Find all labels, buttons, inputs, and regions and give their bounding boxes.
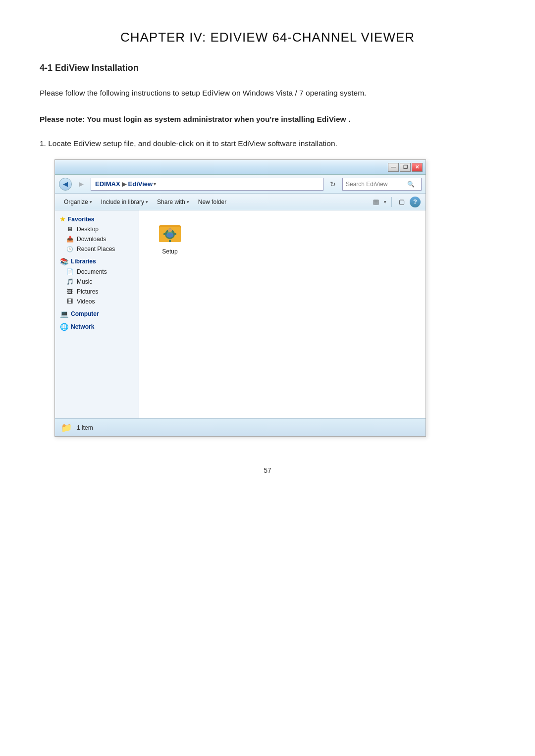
search-input[interactable] (346, 181, 405, 188)
organize-label: Organize (64, 199, 88, 205)
new-folder-button[interactable]: New folder (194, 197, 230, 207)
toolbar-right: ▤ ▾ ▢ ? (371, 197, 421, 207)
favorites-header[interactable]: ★ Favorites (55, 214, 139, 224)
toolbar-dropdown-icon[interactable]: ▾ (384, 200, 386, 204)
breadcrumb[interactable]: EDIMAX ▶ EdiView ▾ (91, 178, 323, 191)
music-icon: 🎵 (66, 278, 74, 285)
status-folder-icon: 📁 (61, 422, 72, 433)
organize-dropdown-icon: ▾ (90, 200, 92, 204)
page-title: CHAPTER IV: EDIVIEW 64-CHANNEL VIEWER (40, 30, 495, 45)
forward-arrow-icon: ▶ (79, 180, 84, 188)
downloads-icon: 📥 (66, 236, 74, 243)
videos-label: Videos (77, 298, 95, 305)
documents-icon: 📄 (66, 268, 74, 275)
svg-rect-8 (174, 233, 176, 235)
view-icon: ▤ (373, 198, 379, 205)
refresh-button[interactable]: ↻ (326, 178, 339, 191)
breadcrumb-separator-1: ▶ (122, 180, 127, 188)
setup-icon-image (157, 220, 183, 246)
help-label: ? (413, 198, 417, 205)
breadcrumb-ediview[interactable]: EdiView (128, 180, 153, 188)
computer-icon: 💻 (60, 310, 68, 318)
preview-icon-button[interactable]: ▢ (397, 197, 407, 207)
preview-icon: ▢ (399, 198, 405, 205)
network-section: 🌐 Network (55, 321, 139, 332)
include-library-button[interactable]: Include in library ▾ (97, 197, 152, 207)
back-arrow-icon: ◀ (63, 180, 68, 188)
refresh-icon: ↻ (330, 180, 336, 188)
libraries-icon: 📚 (60, 257, 68, 265)
sidebar-item-videos[interactable]: 🎞 Videos (55, 297, 139, 306)
network-header[interactable]: 🌐 Network (55, 321, 139, 332)
favorites-star-icon: ★ (60, 216, 65, 223)
setup-file-icon[interactable]: Setup (150, 220, 190, 255)
title-bar: — ❐ ✕ (55, 160, 426, 175)
videos-icon: 🎞 (66, 298, 74, 305)
computer-section: 💻 Computer (55, 308, 139, 319)
network-label: Network (71, 323, 94, 330)
sidebar: ★ Favorites 🖥 Desktop 📥 Downloads 🕒 Rece… (55, 210, 139, 418)
back-button[interactable]: ◀ (59, 178, 72, 191)
path-dropdown-icon[interactable]: ▾ (154, 181, 156, 187)
sidebar-item-documents[interactable]: 📄 Documents (55, 267, 139, 277)
step-1-text: 1. Locate EdiView setup file, and double… (40, 138, 495, 150)
favorites-label: Favorites (68, 216, 94, 223)
address-bar: ◀ ▶ EDIMAX ▶ EdiView ▾ ↻ 🔍 (55, 175, 426, 194)
status-bar: 📁 1 item (55, 418, 426, 436)
pictures-label: Pictures (77, 288, 98, 295)
title-bar-buttons: — ❐ ✕ (388, 163, 423, 172)
new-folder-label: New folder (198, 199, 226, 205)
organize-button[interactable]: Organize ▾ (60, 197, 96, 207)
desktop-icon: 🖥 (66, 226, 74, 233)
toolbar-separator (391, 197, 392, 207)
recent-places-icon: 🕒 (66, 246, 74, 252)
include-library-label: Include in library (101, 199, 144, 205)
desktop-label: Desktop (77, 226, 99, 233)
computer-header[interactable]: 💻 Computer (55, 308, 139, 319)
pictures-icon: 🖼 (66, 288, 74, 295)
computer-label: Computer (71, 310, 99, 317)
libraries-label: Libraries (71, 258, 96, 265)
svg-rect-6 (169, 240, 171, 242)
sidebar-item-downloads[interactable]: 📥 Downloads (55, 234, 139, 244)
toolbar: Organize ▾ Include in library ▾ Share wi… (55, 194, 426, 210)
include-dropdown-icon: ▾ (146, 200, 148, 204)
setup-label: Setup (162, 248, 177, 255)
libraries-header[interactable]: 📚 Libraries (55, 256, 139, 267)
sidebar-item-desktop[interactable]: 🖥 Desktop (55, 224, 139, 234)
close-button[interactable]: ✕ (412, 163, 423, 172)
sidebar-item-music[interactable]: 🎵 Music (55, 277, 139, 287)
restore-button[interactable]: ❐ (400, 163, 411, 172)
explorer-window: — ❐ ✕ ◀ ▶ EDIMAX ▶ EdiView ▾ ↻ 🔍 (54, 159, 426, 437)
body-text: Please follow the following instructions… (40, 87, 495, 100)
svg-point-10 (166, 233, 173, 238)
sidebar-item-pictures[interactable]: 🖼 Pictures (55, 287, 139, 297)
share-with-label: Share with (157, 199, 185, 205)
network-icon: 🌐 (60, 323, 68, 331)
sidebar-item-recent-places[interactable]: 🕒 Recent Places (55, 244, 139, 254)
libraries-section: 📚 Libraries 📄 Documents 🎵 Music 🖼 Pictur… (55, 256, 139, 306)
status-item-count: 1 item (77, 424, 93, 431)
breadcrumb-edimax[interactable]: EDIMAX (95, 180, 120, 188)
search-icon: 🔍 (407, 181, 415, 188)
explorer-content: ★ Favorites 🖥 Desktop 📥 Downloads 🕒 Rece… (55, 210, 426, 418)
share-with-button[interactable]: Share with ▾ (153, 197, 193, 207)
minimize-button[interactable]: — (388, 163, 399, 172)
note-text: Please note: You must login as system ad… (40, 113, 495, 126)
svg-point-9 (168, 228, 172, 232)
favorites-section: ★ Favorites 🖥 Desktop 📥 Downloads 🕒 Rece… (55, 214, 139, 254)
view-icon-button[interactable]: ▤ (371, 197, 381, 207)
forward-button[interactable]: ▶ (75, 178, 88, 191)
documents-label: Documents (77, 268, 107, 275)
page-number: 57 (40, 466, 495, 474)
section-heading: 4-1 EdiView Installation (40, 63, 495, 73)
share-dropdown-icon: ▾ (187, 200, 189, 204)
help-button[interactable]: ? (410, 197, 421, 207)
svg-rect-7 (163, 233, 166, 235)
file-area: Setup (139, 210, 426, 418)
downloads-label: Downloads (77, 236, 106, 243)
music-label: Music (77, 278, 92, 285)
recent-places-label: Recent Places (77, 246, 115, 252)
search-box[interactable]: 🔍 (342, 178, 422, 191)
